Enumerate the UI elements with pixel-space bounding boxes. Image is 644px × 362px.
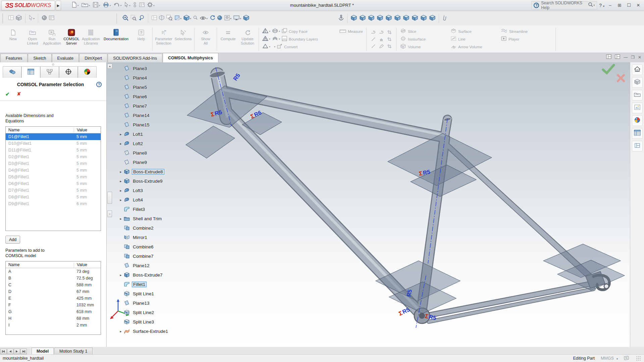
custom-status-icon[interactable] (624, 356, 630, 361)
anchor-icon[interactable] (338, 15, 344, 22)
ribbon-update-solution-button[interactable]: UpdateSolution (238, 25, 257, 53)
confirm-check-icon[interactable] (602, 64, 615, 76)
cancel-button[interactable]: ✘ (17, 91, 21, 97)
tree-item-plane8[interactable]: Plane8 (118, 148, 195, 158)
doc-restore-icon[interactable]: ❐ (631, 55, 635, 60)
view-orientation-cube-icon[interactable] (351, 15, 357, 22)
comsol-parameters-tab[interactable] (21, 66, 40, 78)
model-tab[interactable]: Model (32, 348, 54, 354)
restore-panes-button[interactable]: ⊞ (616, 2, 623, 9)
display-states-icon[interactable] (49, 15, 54, 21)
view-orientation-cube-icon[interactable] (412, 15, 418, 22)
view-orientation-cube-icon[interactable] (368, 15, 374, 22)
plot-slice-button[interactable]: Slice (400, 28, 451, 35)
view-orientation-icon[interactable]: ▾ (174, 15, 181, 22)
toolbar-drag-handle[interactable] (2, 13, 4, 23)
tetra-icon[interactable] (262, 28, 268, 35)
table2-name-header[interactable]: Name (6, 262, 74, 267)
convert-icon[interactable] (277, 44, 282, 50)
maximize-button[interactable]: ☐ (625, 2, 633, 9)
tab-dimxpert[interactable]: DimXpert (79, 54, 107, 62)
apply-scene-icon[interactable]: ▾ (224, 15, 231, 22)
magnify-glass-icon[interactable] (166, 15, 172, 22)
featuremanager-tab[interactable] (3, 66, 21, 78)
dimension-annotation[interactable]: R5 (406, 289, 413, 297)
motion-study-tab[interactable]: Motion Study 1 (54, 348, 92, 354)
help-menu-button[interactable]: ? ▾ (599, 3, 604, 8)
tree-item-plane13[interactable]: Plane13 (118, 298, 195, 308)
tree-item-shell-and-trim[interactable]: ▸Shell and Trim (118, 214, 195, 223)
ribbon-documentation-button[interactable]: Documentation (101, 25, 131, 53)
attach-icon[interactable] (442, 15, 446, 22)
toolbar-drag-handle-2[interactable] (116, 13, 118, 23)
tree-item-plane4[interactable]: Plane4 (118, 73, 195, 82)
table-row[interactable]: A73 deg (6, 268, 101, 275)
boundary-layers-icon[interactable] (282, 36, 287, 43)
tree-item-boss-extrude9[interactable]: ▸Boss-Extrude9 (118, 176, 195, 186)
ribbon-comsol-server-button[interactable]: COMSOLServer (62, 25, 81, 53)
tree-item-split-line1[interactable]: Split Line1 (118, 289, 195, 298)
edit-appearance-icon[interactable] (217, 15, 222, 22)
slash-icon[interactable] (369, 43, 377, 50)
tree-item-loft2[interactable]: ▸Loft2 (118, 139, 195, 148)
solidworks-logo[interactable]: ЗS SOLIDWORKS (1, 1, 55, 10)
tree-item-plane6[interactable]: Plane6 (118, 92, 195, 101)
view-palette-icon[interactable] (632, 103, 643, 113)
help-search-box[interactable]: ? Search SOLIDWORKS Help ▾ (531, 1, 597, 9)
resize-grip[interactable] (636, 356, 641, 361)
doc-close-icon[interactable]: ✕ (638, 55, 641, 60)
tree-item-fillet3[interactable]: Fillet3 (118, 204, 195, 214)
cropbox-icon[interactable] (385, 36, 393, 43)
view-orientation-cube-icon[interactable] (421, 15, 427, 22)
appearance-icon[interactable] (42, 15, 47, 22)
search-scope-dropdown[interactable]: ▾ (593, 4, 595, 7)
tree-item-split-line3[interactable]: Split Line3 (118, 317, 195, 326)
table-row[interactable]: D6@Fillet15 mm (6, 180, 101, 187)
save-button[interactable]: ▾ (92, 1, 101, 9)
dimension-annotation[interactable]: R5 (232, 72, 241, 82)
view-orientation-cube-icon[interactable] (429, 15, 435, 22)
tab-evaluate[interactable]: Evaluate (52, 54, 79, 62)
tree-item-plane14[interactable]: Plane14 (118, 111, 195, 120)
tree-item-combine6[interactable]: Combine6 (118, 242, 195, 251)
table-row[interactable]: G618 mm (6, 308, 101, 315)
table-row[interactable]: D7@Fillet15 mm (6, 187, 101, 194)
ribbon-parameter-selection-button[interactable]: P1ParameterSelection (154, 25, 173, 53)
cropbox-icon[interactable] (385, 28, 393, 36)
table-row[interactable]: H68 mm (6, 315, 101, 322)
expand-arrow-icon[interactable]: ▸ (118, 132, 123, 136)
tree-item-plane3[interactable]: Plane3 (118, 64, 195, 73)
view-cube-buttons[interactable] (351, 15, 435, 22)
shaded-cube-icon[interactable] (16, 15, 22, 22)
table1-name-header[interactable]: Name (6, 128, 74, 132)
second-pane-icon[interactable] (615, 54, 620, 60)
design-library-icon[interactable] (632, 77, 643, 88)
configuration-manager-tab[interactable] (40, 66, 59, 78)
table1-value-header[interactable]: Value (74, 128, 101, 132)
tab-solidworks-add-ins[interactable]: SOLIDWORKS Add-Ins (108, 54, 162, 62)
split-pane-icon[interactable] (606, 54, 611, 60)
tree-item-combine7[interactable]: Combine7 (118, 251, 195, 261)
none-icon[interactable] (272, 44, 273, 50)
cancel-x-icon[interactable] (616, 74, 625, 84)
harrow-icon[interactable] (377, 28, 385, 36)
rotate-view-icon[interactable] (210, 15, 215, 22)
ribbon-open-linked-button[interactable]: OpenLinked (23, 25, 42, 53)
section-view-icon[interactable] (152, 15, 157, 21)
dimxpert-manager-tab[interactable] (59, 66, 78, 78)
tri-icon[interactable] (262, 44, 268, 50)
table-row[interactable]: D5@Fillet15 mm (6, 174, 101, 180)
tree-item-plane12[interactable]: Plane12 (118, 261, 195, 270)
file-properties-button[interactable] (138, 2, 146, 9)
tree-scroll-up-button[interactable]: ▲ (107, 64, 112, 69)
harrow-icon[interactable] (369, 28, 377, 36)
plot-line-button[interactable]: Line (451, 36, 501, 43)
zoom-to-area-icon[interactable] (130, 15, 137, 22)
ribbon-selections-button[interactable]: Selections (173, 25, 193, 53)
tree-item-plane7[interactable]: Plane7 (118, 101, 195, 111)
visibility-eye-icon[interactable]: ▾ (200, 15, 208, 21)
table-row[interactable]: D9@Fillet16 mm (6, 200, 101, 207)
tetra2-icon[interactable] (262, 36, 268, 43)
select-button[interactable]: ▾ (123, 1, 131, 9)
tree-item-split-line2[interactable]: Split Line2 (118, 308, 195, 317)
